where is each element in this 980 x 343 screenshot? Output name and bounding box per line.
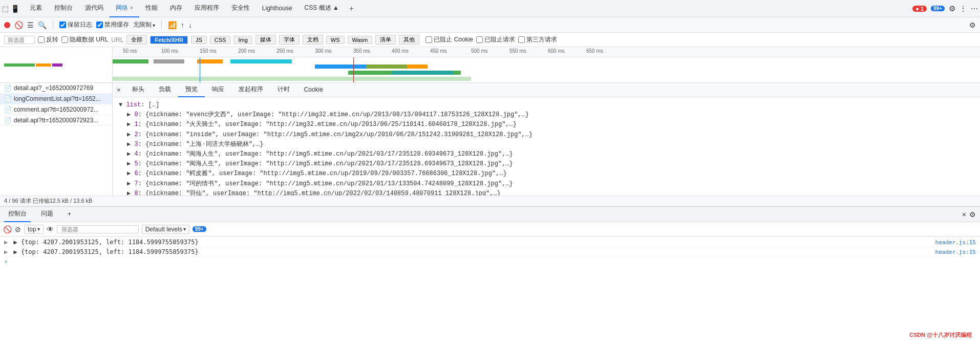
filter-ws-button[interactable]: WS [326, 36, 345, 44]
console-tab-issues[interactable]: 问题 [37, 207, 57, 222]
disable-cache-checkbox[interactable] [96, 22, 103, 28]
file-icon-0: 📄 [4, 84, 12, 92]
blocked-cookie-toggle[interactable]: 已阻止 Cookie [425, 35, 473, 44]
inspect-icon[interactable]: ⬚ [2, 5, 9, 13]
console-settings-icon[interactable]: ⚙ [969, 210, 976, 219]
filter-wasm-button[interactable]: Wasm [348, 36, 373, 44]
tab-security[interactable]: 安全性 [225, 0, 256, 17]
search-button[interactable]: 🔍 [38, 21, 47, 29]
filter-media-button[interactable]: 媒体 [255, 35, 276, 45]
json-item-8[interactable]: ▶ 8: {nickname: "羽仙", userImage: "http:/… [127, 189, 974, 196]
filter-other-button[interactable]: 其他 [399, 35, 419, 45]
detail-tab-cookie[interactable]: Cookie [297, 83, 330, 97]
blocked-cookie-checkbox[interactable] [425, 36, 432, 43]
console-tabs: 控制台 问题 + × ⚙ [0, 207, 980, 222]
timeline-bars [113, 57, 980, 82]
console-filter-input[interactable] [57, 225, 139, 233]
console-filter-icon[interactable]: ⊘ [15, 225, 21, 233]
tab-performance[interactable]: 性能 [139, 0, 164, 17]
filter-manifest-button[interactable]: 清单 [375, 35, 396, 45]
detail-tab-response[interactable]: 响应 [205, 83, 231, 97]
hide-data-url-toggle[interactable]: 隐藏数据 URL [61, 35, 108, 44]
json-item-3[interactable]: ▶ 3: {nickname: "上海·同济大学杨晓林",…} [127, 140, 974, 149]
filter-input[interactable] [4, 36, 35, 44]
filter-js-button[interactable]: JS [191, 36, 207, 44]
eye-icon[interactable]: 👁 [47, 225, 54, 233]
json-list-root[interactable]: ▼ list: […] [119, 100, 974, 110]
preserve-log-checkbox[interactable] [59, 22, 66, 28]
tab-sources[interactable]: 源代码 [79, 0, 110, 17]
add-console-tab[interactable]: + [63, 207, 75, 222]
download-icon[interactable]: ↓ [188, 21, 192, 29]
tab-elements[interactable]: 元素 [24, 0, 48, 17]
add-panel-button[interactable]: + [345, 4, 358, 13]
tab-network[interactable]: 网络 × [110, 0, 139, 17]
timeline-bar-green-bg [113, 77, 471, 81]
device-icon[interactable]: 📱 [11, 5, 19, 13]
tab-application[interactable]: 应用程序 [188, 0, 225, 17]
hide-data-url-checkbox[interactable] [61, 36, 68, 43]
tab-lighthouse[interactable]: Lighthouse [256, 0, 299, 17]
json-item-1[interactable]: ▶ 1: {nickname: "火天骑士", userImage: "http… [127, 120, 974, 130]
detail-tab-headers[interactable]: 标头 [125, 83, 152, 97]
detail-tab-timing[interactable]: 计时 [270, 83, 297, 97]
tab-console[interactable]: 控制台 [48, 0, 79, 17]
console-input[interactable] [10, 258, 976, 265]
settings-icon-network[interactable]: ⚙ [969, 21, 976, 29]
json-items-container: ▶ 0: {nickname: "evenc伊文西", userImage: "… [119, 110, 974, 196]
console-close-button[interactable]: × [962, 210, 966, 219]
filter-icon[interactable]: ☰ [27, 21, 34, 29]
json-item-4[interactable]: ▶ 4: {nickname: "闽海人生", userImage: "http… [127, 149, 974, 159]
filter-all-button[interactable]: 全部 [126, 35, 147, 45]
log-levels-dropdown[interactable]: Default levels ▾ [142, 225, 189, 234]
file-icon-2: 📄 [4, 106, 12, 113]
file-item-2[interactable]: 📄 comment.api?tt=1652000972... [0, 104, 112, 115]
preserve-log-toggle[interactable]: 保留日志 [59, 20, 92, 29]
clear-button[interactable]: 🚫 [14, 21, 23, 29]
file-icon-1: 📄 [4, 95, 12, 102]
third-party-toggle[interactable]: 第三方请求 [518, 35, 557, 44]
console-prompt-line[interactable]: › [4, 257, 976, 266]
detail-tab-payload[interactable]: 负载 [152, 83, 178, 97]
third-party-checkbox[interactable] [518, 36, 525, 43]
json-item-6[interactable]: ▶ 6: {nickname: "鳄皮酱", userImage: "http:… [127, 169, 974, 179]
reverse-filter-toggle[interactable]: 反转 [38, 35, 58, 44]
json-item-7[interactable]: ▶ 7: {nickname: "珂的情书", userImage: "http… [127, 179, 974, 189]
console-tab-console[interactable]: 控制台 [4, 207, 31, 222]
detail-tab-preview[interactable]: 预览 [178, 83, 205, 97]
json-item-5[interactable]: ▶ 5: {nickname: "闽海人生", userImage: "http… [127, 159, 974, 169]
filter-img-button[interactable]: Img [233, 36, 252, 44]
console-panel: 控制台 问题 + × ⚙ 🚫 ⊘ top ▾ 👁 Default levels … [0, 206, 980, 267]
blocked-req-checkbox[interactable] [476, 36, 483, 43]
console-clear-button[interactable]: 🚫 [3, 225, 12, 233]
tab-css-overview[interactable]: CSS 概述 ▲ [299, 0, 345, 17]
disable-cache-toggle[interactable]: 禁用缓存 [96, 20, 129, 29]
console-link-0[interactable]: header.js:15 [935, 239, 976, 246]
tab-network-close[interactable]: × [130, 5, 133, 11]
file-item-0[interactable]: 📄 detail.api?_=1652000972769 [0, 83, 112, 94]
timeline-right[interactable]: 50 ms 100 ms 150 ms 200 ms 250 ms 300 ms… [113, 47, 980, 82]
file-item-3[interactable]: 📄 detail.api?tt=1652000972923... [0, 115, 112, 126]
detail-content[interactable]: ▼ list: […] ▶ 0: {nickname: "evenc伊文西", … [113, 97, 980, 196]
filter-font-button[interactable]: 字体 [279, 35, 300, 45]
json-item-0[interactable]: ▶ 0: {nickname: "evenc伊文西", userImage: "… [127, 110, 974, 120]
detail-close-button[interactable]: × [113, 86, 125, 94]
upload-icon[interactable]: ↑ [181, 21, 184, 29]
file-item-1[interactable]: 📄 longCommentList.api?tt=1652... [0, 94, 112, 104]
top-context-dropdown[interactable]: top ▾ [24, 225, 44, 234]
customize-icon[interactable]: ⋮ [960, 5, 967, 13]
filter-css-button[interactable]: CSS [210, 36, 231, 44]
dock-icon[interactable]: ⋯ [971, 5, 978, 13]
json-item-2[interactable]: ▶ 2: {nickname: "inside", userImage: "ht… [127, 130, 974, 140]
filter-fetchxhr-button[interactable]: Fetch/XHR [150, 36, 188, 44]
record-button[interactable] [4, 22, 10, 28]
console-link-1[interactable]: header.js:15 [935, 249, 976, 255]
tab-memory[interactable]: 内存 [164, 0, 188, 17]
blocked-req-toggle[interactable]: 已阻止请求 [476, 35, 515, 44]
filter-doc-button[interactable]: 文档 [303, 35, 323, 45]
settings-icon[interactable]: ⚙ [949, 4, 955, 13]
throttle-dropdown[interactable]: 无限制 [133, 20, 155, 29]
detail-tab-initiator[interactable]: 发起程序 [231, 83, 270, 97]
wifi-icon[interactable]: 📶 [168, 21, 177, 29]
reverse-checkbox[interactable] [38, 36, 45, 43]
